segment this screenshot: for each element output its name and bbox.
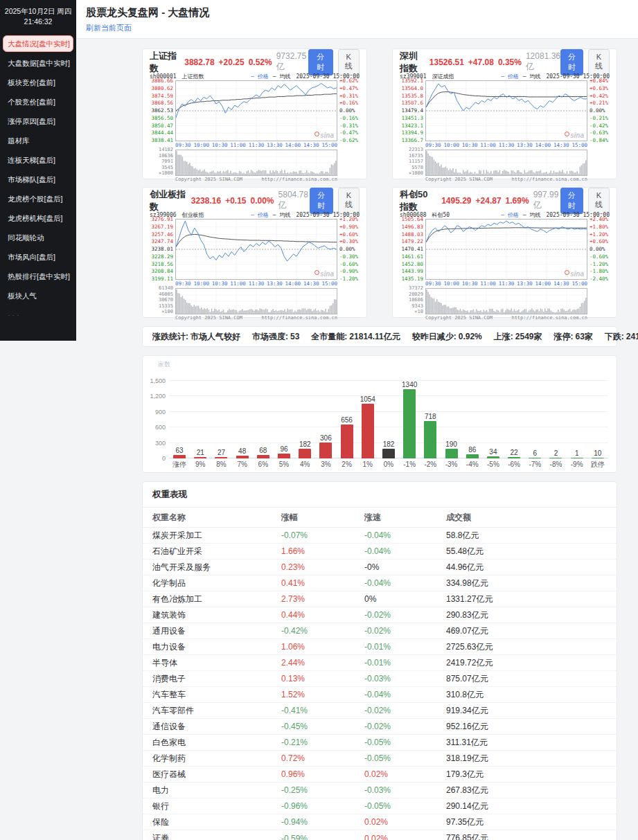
volume-tick: 37372 [400,286,423,291]
axis-tick: 1443.99 [400,269,423,274]
x-axis-tick: -4% [466,458,479,470]
sidebar-item-6[interactable]: 题材库 [0,131,76,150]
bar-column: 965% [274,368,294,470]
x-axis-tick: 9% [195,458,205,470]
sidebar-item-14[interactable]: 板块人气 [0,286,76,305]
kline-button[interactable]: K线 [588,49,610,75]
price-axis-right: +2.40%+1.80%+1.20%+0.60%0.00%-0.60%-1.20… [587,217,610,282]
copyright-text: Copyright 2025 SINA.COM [425,315,493,321]
weights-table-title: 权重表现 [143,482,617,508]
volume-tick: 14182 [150,148,173,152]
change-pct: 1.52% [281,690,364,699]
time-tick: 10:00 [443,142,459,149]
sector-name: 银行 [152,801,281,812]
sidebar-item-2[interactable]: 大盘数据[盘中实时] [0,53,76,73]
timeline-button[interactable]: 分时 [560,49,583,75]
timeline-button[interactable]: 分时 [310,188,334,214]
x-axis-tick: 4% [300,458,310,470]
y-axis-tick: 1,200 [150,393,166,400]
volume-spacer [587,288,610,314]
sector-name: 消费电子 [152,673,281,685]
axis-tick: +0.63% [590,86,610,91]
table-row: 电力设备1.06%-0.01%2725.63亿元 [143,639,617,655]
bar [424,421,436,458]
bar-value-label: 6 [533,449,538,457]
axis-tick: 13564.0 [400,86,423,91]
kline-button[interactable]: K线 [338,49,360,75]
sidebar-item-10[interactable]: 龙虎榜机构[盘后] [0,208,76,228]
sidebar-item-7[interactable]: 连板天梯[盘后] [0,150,76,170]
sidebar-item-13[interactable]: 热股排行[盘中实时] [0,267,76,286]
price-axis-left: 13592.113564.013535.813507.613479.413451… [400,78,425,143]
index-change-pct: 0.35% [498,57,522,67]
stat-label: 涨跌统计: [152,332,188,341]
bar-value-label: 718 [425,413,436,420]
speed-pct: -0.05% [364,753,446,763]
axis-tick: 13423.1 [400,123,423,129]
time-tick: 10:00 [443,280,459,287]
main-area: 上证指数3882.78+20.250.52%9732.75亿分时K线sh0000… [76,39,638,840]
sector-name: 保险 [152,816,281,828]
sidebar-item-4[interactable]: 个股竞价[盘前] [0,92,76,111]
axis-tick: -2.40% [590,276,610,282]
kline-button[interactable]: K线 [588,188,610,214]
sidebar-item-8[interactable]: 市场梯队[盘后] [0,170,76,189]
x-axis-tick: 1% [363,458,373,470]
price-chart-row: 13592.113564.013535.813507.613479.413451… [400,80,610,141]
table-row: 银行-0.96%-0.05%290.14亿元 [143,798,617,814]
speed-pct: -0.01% [364,658,446,668]
index-title: 创业板指数 [150,188,186,213]
sina-intraday-chart: sz399001深证成指— 价格— 均线2025-09-30 15:00:001… [400,72,610,182]
table-row: 半导体2.44%-0.01%2419.72亿元 [143,655,617,671]
change-pct: -0.25% [281,785,364,795]
speed-pct: -0.01% [364,642,446,652]
price-axis-right: +1.20%+0.90%+0.60%+0.30%0.00%-0.30%-0.60… [337,217,360,282]
volume-chart-row: 141821063670913545×1000 [150,150,360,176]
time-tick: 09:30 [175,280,191,287]
sidebar-item-9[interactable]: 龙虎榜个股[盘后] [0,189,76,208]
chart-footer: Copyright 2025 SINA.COMhttp://finance.si… [175,315,337,321]
bar-column: 1824% [294,368,315,470]
chart-mode-buttons: 分时K线 [308,49,360,75]
x-axis-tick: -6% [508,458,520,470]
bar-value-label: 48 [238,447,246,455]
sector-name: 半导体 [152,657,281,669]
axis-tick: -0.60% [339,262,360,267]
axis-tick: -0.31% [339,123,360,129]
legend-avg: — 均线 [273,73,291,80]
sidebar-item-11[interactable]: 同花顺轮动 [0,228,76,247]
axis-tick: -0.62% [339,138,360,143]
volume-tick: 10636 [150,154,173,159]
time-tick: 14:00 [285,280,301,287]
sidebar-item-1[interactable]: 大盘情况[盘中实时] [3,35,73,52]
price-plot: sina [425,219,587,280]
price-plot: sina [175,80,337,141]
price-axis-left: 1505.641496.831488.031479.221470.411461.… [400,217,425,282]
time-tick: 10:30 [212,142,228,149]
sina-intraday-chart: sz399006创业板指— 价格— 均线2025-09-30 15:00:003… [150,211,360,321]
time-tick: 14:30 [553,280,569,287]
axis-tick: 3844.44 [150,130,173,136]
axis-tick: 1479.22 [400,239,423,244]
index-change: +0.15 [225,196,246,206]
stat-item: 上涨:2549家 [494,331,542,343]
change-pct: 1.06% [281,642,364,652]
turnover-amount: 919.34亿元 [446,705,607,717]
sidebar-item-5[interactable]: 涨停原因[盘后] [0,111,76,131]
kline-button[interactable]: K线 [338,188,360,214]
timeline-button[interactable]: 分时 [560,188,583,214]
axis-tick: +0.84% [590,78,610,84]
timeline-button[interactable]: 分时 [308,49,333,75]
bar-value-label: 306 [320,434,332,442]
speed-pct: -0.02% [364,706,446,715]
bar [299,449,311,458]
speed-pct: 0.02% [364,834,446,840]
sector-name: 电力 [152,785,281,796]
sidebar-item-12[interactable]: 市场风向[盘后] [0,247,76,267]
refresh-page-link[interactable]: 刷新当前页面 [86,23,132,33]
volume-chart-row: 2231316735111575578×1000 [400,150,610,176]
axis-tick: +1.20% [590,232,610,238]
column-header: 涨速 [364,512,446,524]
sidebar-item-more[interactable]: ··· [0,305,76,325]
sidebar-item-3[interactable]: 板块竞价[盘前] [0,73,76,92]
